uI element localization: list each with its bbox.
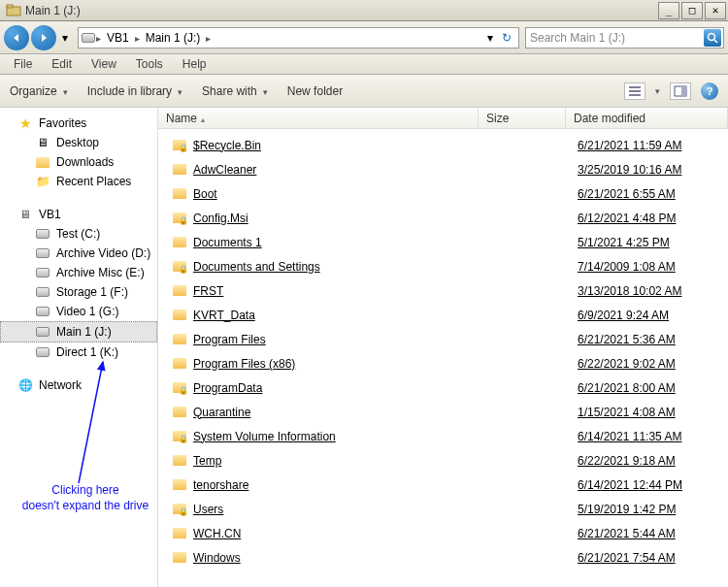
file-name[interactable]: Config.Msi: [193, 212, 494, 225]
view-options-button[interactable]: [624, 82, 645, 100]
organize-button[interactable]: Organize: [10, 84, 68, 98]
app-icon: [6, 3, 21, 18]
sidebar-drive-item[interactable]: Storage 1 (F:): [0, 282, 157, 302]
breadcrumb-item[interactable]: Main 1 (J:): [140, 31, 207, 45]
column-date[interactable]: Date modified: [566, 108, 728, 128]
file-name[interactable]: $Recycle.Bin: [193, 139, 494, 152]
minimize-button[interactable]: _: [658, 2, 679, 19]
breadcrumb-dropdown[interactable]: ▾: [483, 31, 497, 45]
column-size[interactable]: Size: [479, 108, 566, 128]
folder-icon: [172, 332, 187, 347]
file-row[interactable]: Boot6/21/2021 6:55 AM: [158, 181, 728, 206]
sidebar-drive-item[interactable]: Direct 1 (K:): [0, 342, 157, 362]
file-name[interactable]: Boot: [193, 187, 494, 201]
file-row[interactable]: $Recycle.Bin6/21/2021 11:59 AM: [158, 133, 728, 157]
network-header[interactable]: 🌐 Network: [0, 375, 157, 395]
breadcrumb-item[interactable]: VB1: [101, 31, 135, 45]
search-input[interactable]: Search Main 1 (J:): [525, 27, 724, 49]
column-headers: Name Size Date modified: [158, 108, 728, 129]
file-name[interactable]: Quarantine: [193, 406, 494, 419]
favorites-header[interactable]: ★ Favorites: [0, 114, 157, 133]
drive-icon: [35, 226, 50, 242]
drive-icon: [81, 30, 96, 46]
file-name[interactable]: tenorshare: [193, 478, 494, 492]
computer-group: 🖥 VB1 Test (C:)Archive Video (D:)Archive…: [0, 205, 157, 362]
titlebar: Main 1 (J:) _ □ ✕: [0, 0, 728, 21]
sidebar-drive-item[interactable]: Main 1 (J:): [0, 321, 157, 342]
sidebar-drive-item[interactable]: Archive Video (D:): [0, 244, 157, 263]
navigation-pane: ★ Favorites 🖥Desktop Downloads 📁Recent P…: [0, 108, 158, 587]
menu-file[interactable]: File: [6, 55, 40, 73]
file-row[interactable]: Documents and Settings7/14/2009 1:08 AM: [158, 254, 728, 278]
file-row[interactable]: AdwCleaner3/25/2019 10:16 AM: [158, 157, 728, 181]
file-row[interactable]: Users5/19/2019 1:42 PM: [158, 497, 728, 521]
file-row[interactable]: System Volume Information6/14/2021 11:35…: [158, 424, 728, 448]
sidebar-item-recent[interactable]: 📁Recent Places: [0, 172, 157, 191]
search-icon[interactable]: [704, 29, 721, 47]
file-name[interactable]: ProgramData: [193, 381, 494, 395]
window-title: Main 1 (J:): [25, 4, 656, 17]
file-name[interactable]: Documents and Settings: [193, 260, 494, 274]
menu-tools[interactable]: Tools: [128, 55, 171, 73]
share-with-button[interactable]: Share with: [202, 84, 268, 98]
sidebar-drive-item[interactable]: Archive Misc (E:): [0, 263, 157, 282]
file-date: 6/22/2021 9:18 AM: [578, 454, 676, 468]
maximize-button[interactable]: □: [681, 2, 703, 19]
file-row[interactable]: tenorshare6/14/2021 12:44 PM: [158, 473, 728, 497]
column-name[interactable]: Name: [158, 108, 479, 128]
sidebar-drive-item[interactable]: Video 1 (G:): [0, 302, 157, 321]
sidebar-item-downloads[interactable]: Downloads: [0, 152, 157, 172]
folder-icon: [172, 453, 187, 469]
folder-icon: [172, 186, 187, 202]
file-row[interactable]: FRST3/13/2018 10:02 AM: [158, 278, 728, 303]
sidebar-drive-item[interactable]: Test (C:): [0, 224, 157, 244]
file-row[interactable]: Windows6/21/2021 7:54 AM: [158, 545, 728, 570]
file-row[interactable]: ProgramData6/21/2021 8:00 AM: [158, 375, 728, 400]
file-date: 6/12/2021 4:48 PM: [578, 212, 676, 225]
folder-icon: [172, 405, 187, 420]
file-row[interactable]: Documents 15/1/2021 4:25 PM: [158, 230, 728, 254]
menu-edit[interactable]: Edit: [44, 55, 80, 73]
file-name[interactable]: Program Files: [193, 333, 494, 346]
forward-button[interactable]: [31, 25, 56, 50]
file-name[interactable]: AdwCleaner: [193, 163, 494, 177]
sort-indicator-icon: [201, 112, 205, 125]
folder-icon: [172, 308, 187, 323]
file-name[interactable]: Program Files (x86): [193, 357, 494, 371]
file-name[interactable]: Users: [193, 503, 494, 516]
preview-pane-button[interactable]: [670, 82, 691, 100]
close-button[interactable]: ✕: [705, 2, 726, 19]
svg-point-2: [709, 33, 715, 40]
file-date: 1/15/2021 4:08 AM: [578, 406, 676, 419]
computer-header[interactable]: 🖥 VB1: [0, 205, 157, 224]
drive-icon: [35, 304, 50, 319]
file-date: 5/19/2019 1:42 PM: [578, 503, 676, 516]
file-name[interactable]: WCH.CN: [193, 527, 494, 540]
include-library-button[interactable]: Include in library: [87, 84, 182, 98]
file-row[interactable]: Program Files (x86)6/22/2021 9:02 AM: [158, 351, 728, 375]
back-button[interactable]: [4, 25, 29, 50]
help-button[interactable]: ?: [701, 82, 718, 100]
file-name[interactable]: Documents 1: [193, 236, 494, 249]
file-row[interactable]: Program Files6/21/2021 5:36 AM: [158, 327, 728, 351]
refresh-button[interactable]: ↻: [497, 28, 516, 48]
file-row[interactable]: Temp6/22/2021 9:18 AM: [158, 448, 728, 473]
svg-rect-1: [7, 5, 13, 8]
breadcrumb[interactable]: VB1 Main 1 (J:) ▾ ↻: [78, 27, 519, 49]
menu-help[interactable]: Help: [175, 55, 215, 73]
file-row[interactable]: Config.Msi6/12/2021 4:48 PM: [158, 206, 728, 230]
sidebar-item-desktop[interactable]: 🖥Desktop: [0, 133, 157, 152]
file-date: 6/22/2021 9:02 AM: [578, 357, 676, 371]
file-name[interactable]: KVRT_Data: [193, 309, 494, 322]
file-name[interactable]: FRST: [193, 284, 494, 298]
file-row[interactable]: Quarantine1/15/2021 4:08 AM: [158, 400, 728, 424]
file-row[interactable]: KVRT_Data6/9/2021 9:24 AM: [158, 303, 728, 327]
file-name[interactable]: Temp: [193, 454, 494, 468]
menu-view[interactable]: View: [83, 55, 124, 73]
file-name[interactable]: Windows: [193, 551, 494, 565]
file-name[interactable]: System Volume Information: [193, 430, 494, 443]
file-row[interactable]: WCH.CN6/21/2021 5:44 AM: [158, 521, 728, 545]
nav-history-dropdown[interactable]: ▾: [58, 31, 72, 45]
new-folder-button[interactable]: New folder: [287, 84, 343, 98]
folder-icon: [172, 356, 187, 372]
